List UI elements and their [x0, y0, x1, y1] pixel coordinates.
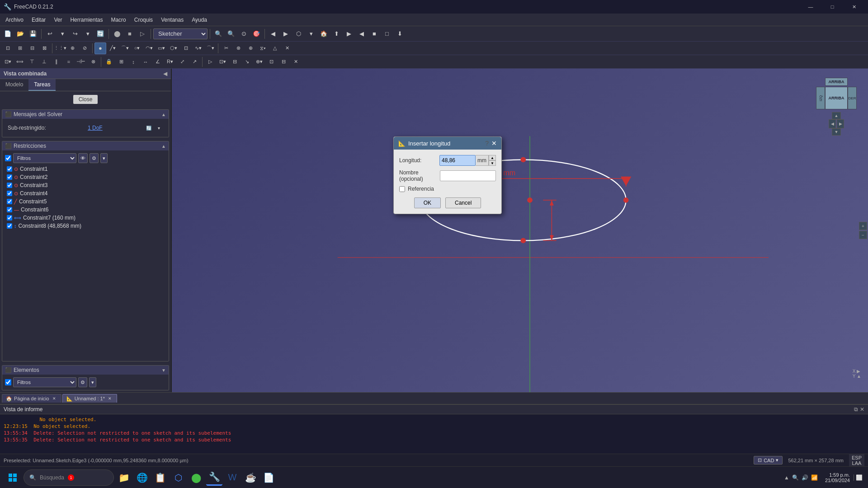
tb-nav1[interactable]: ◀	[267, 28, 279, 40]
restricciones-filtros-select[interactable]: Filtros	[13, 153, 76, 163]
constraint4-check[interactable]	[7, 191, 12, 196]
mensajes-solver-header[interactable]: ⬛ Mensajes del Solver ▲	[2, 110, 169, 119]
con-t7[interactable]: ⊟	[278, 56, 289, 68]
redo-dropdown[interactable]: ▾	[82, 28, 94, 40]
menu-ayuda[interactable]: Ayuda	[188, 15, 211, 24]
sk-poly[interactable]: ⬡▾	[168, 42, 179, 54]
modal-close-button[interactable]: ✕	[491, 140, 497, 147]
con-block[interactable]: ⊗	[87, 56, 99, 68]
con-t3[interactable]: ⊟	[229, 56, 241, 68]
restricciones-header[interactable]: ⬛ Restricciones ▲	[2, 141, 169, 150]
sk-point[interactable]: ●	[94, 42, 106, 54]
sk-snap2[interactable]: ⊘	[79, 42, 90, 54]
con-lock[interactable]: 🔒	[103, 56, 115, 68]
con-vdist[interactable]: ↕	[127, 56, 139, 68]
all-constraints-check[interactable]	[5, 155, 11, 161]
macro-record-button[interactable]: ⬤	[111, 28, 123, 40]
menu-editar[interactable]: Editar	[28, 15, 49, 24]
elementos-settings-btn[interactable]: ⚙	[78, 377, 87, 387]
referencia-checkbox[interactable]	[399, 186, 405, 192]
menu-archivo[interactable]: Archivo	[2, 15, 27, 24]
tb-nav3[interactable]: ⬡	[292, 28, 304, 40]
sk-filleting[interactable]: ⌒▾	[204, 42, 216, 54]
report-undock-btn[interactable]: ⧉	[854, 406, 858, 413]
redo-button[interactable]: ↪	[69, 28, 81, 40]
tab-pagina-inicio[interactable]: 🏠 Página de inicio ✕	[2, 394, 61, 403]
tb-btn4[interactable]: 🎯	[250, 28, 262, 40]
sk-t6[interactable]: ✕	[281, 42, 293, 54]
workbench-selector[interactable]: Sketcher	[153, 28, 208, 39]
menu-herramientas[interactable]: Herramientas	[66, 15, 106, 24]
undo-dropdown[interactable]: ▾	[57, 28, 68, 40]
tb-btn2[interactable]: 🔍	[225, 28, 237, 40]
macro-stop-button[interactable]: ■	[124, 28, 136, 40]
sk-t2[interactable]: ⊗	[232, 42, 244, 54]
sk-slot[interactable]: ⊡	[180, 42, 192, 54]
tb-view-bottom[interactable]: ⬇	[394, 28, 406, 40]
refresh-button[interactable]: 🔄	[94, 28, 106, 40]
con-t6[interactable]: ⊡	[265, 56, 277, 68]
taskbar-freecad-icon[interactable]: 🔧	[206, 469, 222, 486]
close-panel-button[interactable]: Close	[73, 95, 98, 104]
tray-wifi-icon[interactable]: 📶	[811, 474, 818, 481]
system-clock[interactable]: 1:59 p.m. 21/09/2024	[825, 472, 850, 483]
sk-t5[interactable]: △	[269, 42, 281, 54]
restricciones-eye-btn[interactable]: 👁	[78, 153, 88, 163]
con-radius[interactable]: R▾	[164, 56, 176, 68]
tab-modelo[interactable]: Modelo	[0, 79, 28, 91]
minimize-button[interactable]: —	[800, 0, 821, 14]
con-reorient[interactable]: ⟺	[14, 56, 26, 68]
con-equal[interactable]: =	[63, 56, 75, 68]
undo-button[interactable]: ↩	[44, 28, 56, 40]
start-button[interactable]	[4, 469, 22, 487]
longitud-spin-down[interactable]: ▼	[489, 160, 496, 166]
elementos-collapse[interactable]: ▼	[161, 368, 166, 373]
constraint5-check[interactable]	[7, 199, 12, 204]
elementos-header[interactable]: ⬛ Elementos ▼	[2, 366, 169, 375]
con-t1[interactable]: ▷	[204, 56, 216, 68]
modal-ok-button[interactable]: OK	[414, 197, 441, 208]
dof-dropdown[interactable]: ▾	[154, 123, 163, 132]
tb-view-back[interactable]: □	[381, 28, 393, 40]
con-tangent[interactable]: ⊤	[26, 56, 38, 68]
taskbar-green-app-icon[interactable]: ⬤	[188, 469, 204, 486]
sk-t4[interactable]: ⧖▾	[257, 42, 269, 54]
sk-v1[interactable]: ⊡	[2, 42, 14, 54]
con-coincident[interactable]: ⊡▾	[2, 56, 14, 68]
all-elementos-check[interactable]	[5, 379, 11, 385]
nombre-input[interactable]	[440, 170, 496, 181]
show-desktop-icon[interactable]: ⬜	[854, 474, 864, 481]
tb-view-front[interactable]: ■	[368, 28, 380, 40]
constraint8-check[interactable]	[7, 223, 12, 229]
menu-croquis[interactable]: Croquis	[131, 15, 156, 24]
con-fix[interactable]: ⊞	[115, 56, 127, 68]
constraint3-check[interactable]	[7, 183, 12, 188]
sk-v3[interactable]: ⊟	[26, 42, 38, 54]
taskbar-search[interactable]: 🔍 Búsqueda 1	[24, 469, 114, 486]
con-angle[interactable]: ∠	[152, 56, 164, 68]
sk-arc[interactable]: ⌒▾	[119, 42, 131, 54]
sk-v4[interactable]: ⊠	[38, 42, 50, 54]
tb-view-home[interactable]: 🏠	[318, 28, 330, 40]
sk-t3[interactable]: ⊕	[245, 42, 256, 54]
menu-ventanas[interactable]: Ventanas	[157, 15, 187, 24]
sk-bspline[interactable]: ∿▾	[192, 42, 204, 54]
tab-unnamed[interactable]: 📐 Unnamed : 1* ✕	[62, 394, 117, 403]
sub-dof-link[interactable]: 1 DoF	[88, 125, 103, 131]
sk-rect[interactable]: ▭▾	[156, 42, 167, 54]
restricciones-settings-btn[interactable]: ⚙	[90, 153, 99, 163]
mensajes-collapse[interactable]: ▲	[161, 112, 166, 117]
refresh-dof-button[interactable]: 🔄	[144, 123, 153, 132]
tb-view-left[interactable]: ◀	[356, 28, 368, 40]
sk-line[interactable]: ╱▾	[107, 42, 118, 54]
con-hdist[interactable]: ↔	[140, 56, 151, 68]
sk-conic[interactable]: ◠▾	[143, 42, 155, 54]
elementos-dropdown-btn[interactable]: ▾	[89, 377, 96, 387]
panel-collapse-icon[interactable]: ◀	[163, 70, 167, 77]
longitud-spin-up[interactable]: ▲	[489, 155, 496, 160]
longitud-input[interactable]	[439, 155, 476, 166]
con-perpendicular[interactable]: ⊥	[38, 56, 50, 68]
tb-btn1[interactable]: 🔍	[212, 28, 224, 40]
taskbar-task-icon[interactable]: 📋	[152, 469, 168, 486]
tab-tareas[interactable]: Tareas	[28, 79, 56, 91]
